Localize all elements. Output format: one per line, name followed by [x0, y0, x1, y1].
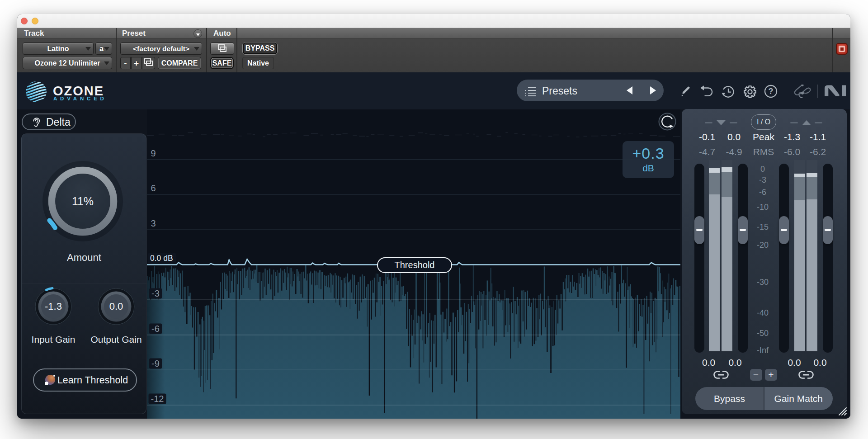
svg-text:?: ?: [769, 87, 774, 96]
svg-text:-1.3: -1.3: [45, 301, 62, 312]
svg-text:ADVANCED: ADVANCED: [53, 96, 107, 101]
svg-text:0.0: 0.0: [109, 301, 123, 312]
svg-text:11%: 11%: [72, 195, 94, 208]
